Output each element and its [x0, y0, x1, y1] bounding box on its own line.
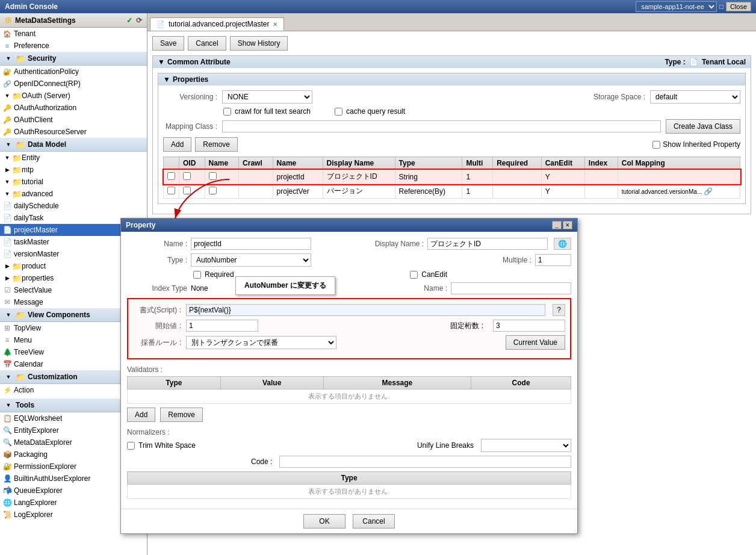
- table-row[interactable]: projectVer バージョン Reference(By) 1 Y tutor…: [164, 184, 740, 199]
- mapping-class-input[interactable]: [222, 120, 661, 132]
- tenant-icon: 🏠: [2, 29, 12, 39]
- show-history-button[interactable]: Show History: [230, 36, 288, 51]
- sidebar-item-oauthauth[interactable]: 🔑 OAuthAuthorization: [0, 102, 147, 114]
- expand-customization: ▼: [4, 372, 13, 382]
- expand-security: ▼: [4, 54, 13, 63]
- tab-projectmaster[interactable]: 📄 tutorial.advanced.projectMaster ✕: [150, 17, 284, 31]
- dialog-close-button[interactable]: ✕: [563, 221, 572, 229]
- checkboxes-row: crawl for full text search cache query r…: [163, 107, 740, 116]
- packaging-icon: 📦: [2, 450, 12, 459]
- col-displayname: Display Name: [323, 157, 395, 170]
- type-value: Tenant Local: [702, 58, 746, 66]
- versioning-select[interactable]: NONE: [222, 90, 312, 104]
- dialog-title-label: Property: [126, 221, 155, 229]
- tab-close-icon[interactable]: ✕: [273, 21, 277, 28]
- normalizers-empty-msg: 表示する項目がありません.: [128, 485, 571, 499]
- dialog-ok-button[interactable]: OK: [303, 514, 345, 529]
- dailyschedule-icon: 📄: [2, 201, 12, 211]
- oauthclient-icon: 🔑: [2, 115, 12, 125]
- type-label: Type :: [127, 256, 187, 264]
- code-input[interactable]: [279, 456, 571, 468]
- script-input[interactable]: [186, 304, 545, 316]
- sidebar-header-label: MetaDataSettings: [15, 16, 76, 25]
- type-select[interactable]: AutoNumber: [191, 253, 311, 267]
- eql-icon: 📋: [2, 414, 12, 423]
- properties-folder-icon: 📁: [12, 274, 22, 283]
- validators-section: Validators : Type Value Message Code 表示す…: [127, 365, 571, 422]
- oauthresource-icon: 🔑: [2, 127, 12, 137]
- show-inherited-checkbox[interactable]: [652, 141, 660, 149]
- rule-select[interactable]: 別トランザクションで採番: [186, 336, 336, 349]
- cache-checkbox-row[interactable]: cache query result: [335, 107, 405, 116]
- col-code: Code: [471, 377, 571, 389]
- crawl-checkbox-row[interactable]: crawl for full text search: [223, 107, 311, 116]
- sidebar-item-mtp[interactable]: ▶ 📁 mtp: [0, 164, 147, 176]
- mapping-class-label: Mapping Class :: [163, 122, 217, 131]
- dialog-cancel-button[interactable]: Cancel: [353, 514, 395, 529]
- builtinauth-icon: 👤: [2, 474, 12, 483]
- current-value-button[interactable]: Current Value: [506, 335, 565, 350]
- sidebar-item-dailyschedule[interactable]: 📄 dailySchedule: [0, 200, 147, 212]
- common-attribute-header[interactable]: ▼ Common Attribute Type : 📄 Tenant Local: [153, 56, 751, 68]
- fixed-input[interactable]: [493, 320, 565, 332]
- fixed-label: 固定桁数 :: [447, 321, 483, 331]
- create-java-class-button[interactable]: Create Java Class: [666, 119, 740, 134]
- save-button[interactable]: Save: [152, 36, 184, 51]
- validators-add-button[interactable]: Add: [127, 408, 155, 422]
- instance-selector[interactable]: sample-app11-not-ee: [636, 1, 717, 12]
- app-title: Admin Console: [5, 2, 636, 11]
- close-button[interactable]: Close: [726, 2, 751, 11]
- cell-colmapping: tutorial.advanced.versionMa... 🔗: [618, 184, 740, 199]
- trim-checkbox[interactable]: [127, 442, 135, 450]
- canedit-checkbox[interactable]: [410, 271, 418, 279]
- remove-property-button[interactable]: Remove: [195, 137, 238, 152]
- expand-oauth: ▼: [2, 91, 12, 101]
- add-property-button[interactable]: Add: [163, 137, 191, 152]
- sidebar-header: ⊞ MetaDataSettings ✓ ⟳: [0, 13, 147, 28]
- sidebar-item-preference[interactable]: ≡ Preference: [0, 40, 147, 52]
- tools-label: Tools: [16, 401, 34, 409]
- common-attribute-label: Common Attribute: [167, 58, 231, 66]
- crawl-checkbox[interactable]: [223, 108, 231, 116]
- unify-select[interactable]: [481, 439, 571, 452]
- cell-name2: projectVer: [273, 184, 323, 199]
- displayname-label: Display Name :: [364, 240, 424, 248]
- globe-button[interactable]: 🌐: [554, 238, 571, 250]
- required-checkbox[interactable]: [193, 271, 201, 279]
- normalizers-empty-row: 表示する項目がありません.: [128, 485, 571, 499]
- sidebar-item-oauthclient[interactable]: 🔑 OAuthClient: [0, 114, 147, 126]
- validators-remove-button[interactable]: Remove: [160, 408, 203, 422]
- storage-space-select[interactable]: default: [650, 90, 740, 104]
- sidebar-item-datamodel[interactable]: ▼ 📁 Data Model: [0, 138, 147, 152]
- col-type: Type: [395, 157, 462, 170]
- viewcomponents-folder-icon: 📁: [16, 311, 25, 320]
- table-row[interactable]: projectId プロジェクトID String 1 Y: [164, 170, 740, 184]
- dialog-minimize-button[interactable]: _: [552, 221, 562, 229]
- sidebar-item-oauth[interactable]: ▼ 📁 OAuth (Server): [0, 90, 147, 102]
- cell-canedit: Y: [541, 170, 584, 184]
- cancel-button[interactable]: Cancel: [188, 36, 226, 51]
- sidebar-item-openid[interactable]: 🔗 OpenIDConnect(RP): [0, 78, 147, 90]
- expand-tutorial: ▼: [2, 177, 12, 187]
- script-help-button[interactable]: ?: [553, 304, 565, 316]
- cell-multi: 1: [462, 184, 493, 199]
- multiple-input[interactable]: [535, 254, 571, 266]
- name-input[interactable]: [191, 238, 311, 250]
- name2-input[interactable]: [451, 282, 571, 294]
- displayname-input[interactable]: [427, 238, 548, 250]
- sidebar-item-advanced[interactable]: ▼ 📁 advanced: [0, 188, 147, 200]
- sidebar-item-entity[interactable]: ▼ 📁 Entity: [0, 152, 147, 164]
- cache-checkbox[interactable]: [335, 108, 342, 116]
- page-icon: 📄: [689, 58, 698, 66]
- start-input[interactable]: [186, 320, 258, 332]
- col-required: Required: [493, 157, 541, 170]
- sidebar-item-tutorial[interactable]: ▼ 📁 tutorial: [0, 176, 147, 188]
- sidebar-item-security[interactable]: ▼ 📁 Security: [0, 52, 147, 66]
- dailytask-icon: 📄: [2, 213, 12, 223]
- properties-header[interactable]: ▼ Properties: [158, 73, 745, 85]
- sidebar-item-tenant[interactable]: 🏠 Tenant: [0, 28, 147, 40]
- sidebar-item-authpolicy[interactable]: 🔐 AuthenticationPolicy: [0, 66, 147, 78]
- unify-label: Unify Line Breaks: [417, 441, 474, 450]
- start-fixed-row: 開始値 : 固定桁数 :: [133, 320, 565, 332]
- sidebar-item-oauthresource[interactable]: 🔑 OAuthResourceServer: [0, 126, 147, 138]
